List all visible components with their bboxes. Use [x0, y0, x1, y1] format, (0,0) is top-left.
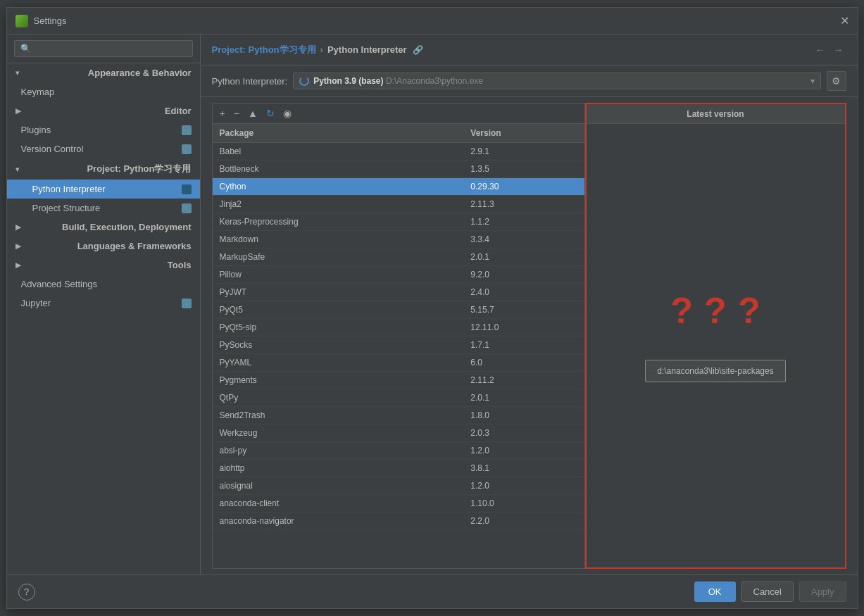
package-name: Pygments — [213, 372, 464, 389]
close-button[interactable]: ✕ — [840, 15, 849, 27]
upgrade-package-button[interactable]: ▲ — [245, 106, 261, 120]
question-mark-3: ? — [738, 289, 760, 332]
help-button[interactable]: ? — [18, 584, 35, 601]
package-name: Cython — [213, 178, 464, 196]
interpreter-dropdown[interactable]: Python 3.9 (base) D:\Anaconda3\python.ex… — [293, 73, 820, 89]
table-row[interactable]: Pygments2.11.2 — [213, 372, 584, 389]
packages-table-wrapper: + − ▲ ↻ ◉ Package Version — [212, 103, 585, 569]
latest-version-header: Latest version — [687, 109, 744, 119]
sidebar-item-version-control[interactable]: Version Control — [7, 139, 200, 158]
sidebar-item-jupyter[interactable]: Jupyter — [7, 294, 200, 313]
interpreter-value: Python 3.9 (base) D:\Anaconda3\python.ex… — [313, 76, 806, 86]
table-row[interactable]: Keras-Preprocessing1.1.2 — [213, 213, 584, 231]
sidebar-item-keymap[interactable]: Keymap — [7, 82, 200, 101]
sidebar-item-languages[interactable]: ▶ Languages & Frameworks — [7, 237, 200, 256]
package-version: 2.2.0 — [463, 513, 584, 530]
table-row[interactable]: PyQt55.15.7 — [213, 301, 584, 319]
package-name: QtPy — [213, 389, 464, 407]
breadcrumb-link-icon: 🔗 — [413, 45, 423, 55]
package-name: aiosignal — [213, 477, 464, 495]
package-version: 2.0.1 — [463, 249, 584, 266]
footer-buttons: OK Cancel Apply — [694, 582, 846, 602]
breadcrumb-parent[interactable]: Project: Python学习专用 — [212, 44, 316, 56]
gear-button[interactable]: ⚙ — [827, 71, 846, 91]
dialog-content: ▾ Appearance & Behavior Keymap ▶ Editor … — [7, 34, 858, 574]
interpreter-row: Python Interpreter: Python 3.9 (base) D:… — [201, 65, 858, 97]
table-row[interactable]: aiohttp3.8.1 — [213, 460, 584, 477]
main-panel: Project: Python学习专用 › Python Interpreter… — [201, 34, 858, 574]
table-toolbar: + − ▲ ↻ ◉ — [213, 103, 584, 124]
package-version: 3.8.1 — [463, 460, 584, 477]
eye-button[interactable]: ◉ — [280, 106, 294, 120]
package-version: 1.10.0 — [463, 495, 584, 513]
table-row[interactable]: Pillow9.2.0 — [213, 266, 584, 284]
table-row[interactable]: Babel2.9.1 — [213, 143, 584, 161]
package-version: 5.15.7 — [463, 301, 584, 319]
package-name: PyJWT — [213, 284, 464, 301]
sidebar-item-plugins[interactable]: Plugins — [7, 120, 200, 139]
sidebar-item-build[interactable]: ▶ Build, Execution, Deployment — [7, 218, 200, 237]
sidebar-item-tools[interactable]: ▶ Tools — [7, 256, 200, 275]
table-row[interactable]: MarkupSafe2.0.1 — [213, 249, 584, 266]
package-table-scroll[interactable]: Package Version Babel2.9.1Bottleneck1.3.… — [213, 124, 584, 568]
jupyter-icon — [182, 298, 192, 308]
pi-icon — [182, 184, 192, 194]
table-row[interactable]: aiosignal1.2.0 — [213, 477, 584, 495]
package-version: 2.11.3 — [463, 196, 584, 213]
interpreter-label: Python Interpreter: — [212, 76, 288, 87]
sidebar: ▾ Appearance & Behavior Keymap ▶ Editor … — [7, 34, 201, 574]
forward-button[interactable]: → — [831, 43, 846, 57]
sidebar-item-editor[interactable]: ▶ Editor — [7, 101, 200, 120]
refresh-button[interactable]: ↻ — [263, 106, 277, 120]
back-button[interactable]: ← — [813, 43, 828, 57]
sidebar-item-project-structure[interactable]: Project Structure — [7, 199, 200, 218]
package-name: absl-py — [213, 442, 464, 460]
sidebar-item-appearance[interactable]: ▾ Appearance & Behavior — [7, 63, 200, 82]
table-row[interactable]: Werkzeug2.0.3 — [213, 425, 584, 442]
vc-icon — [182, 144, 192, 154]
package-name: Pillow — [213, 266, 464, 284]
table-row[interactable]: PySocks1.7.1 — [213, 337, 584, 354]
remove-package-button[interactable]: − — [231, 106, 242, 120]
sidebar-item-label: Appearance & Behavior — [88, 68, 192, 78]
table-row[interactable]: Send2Trash1.8.0 — [213, 407, 584, 425]
col-package: Package — [213, 124, 464, 143]
question-mark-2: ? — [704, 289, 727, 332]
apply-button[interactable]: Apply — [799, 582, 846, 602]
package-name: PyQt5-sip — [213, 319, 464, 337]
sidebar-item-label: Plugins — [21, 125, 51, 135]
sidebar-item-label: Project Structure — [32, 203, 101, 213]
ok-button[interactable]: OK — [694, 582, 736, 602]
table-row[interactable]: anaconda-navigator2.2.0 — [213, 513, 584, 530]
package-name: Bottleneck — [213, 161, 464, 178]
cancel-button[interactable]: Cancel — [741, 582, 794, 602]
package-name: Send2Trash — [213, 407, 464, 425]
table-row[interactable]: Jinja22.11.3 — [213, 196, 584, 213]
footer: ? OK Cancel Apply — [7, 574, 858, 608]
table-row[interactable]: PyJWT2.4.0 — [213, 284, 584, 301]
table-row[interactable]: PyQt5-sip12.11.0 — [213, 319, 584, 337]
table-row[interactable]: absl-py1.2.0 — [213, 442, 584, 460]
package-version: 3.3.4 — [463, 231, 584, 249]
package-name: Babel — [213, 143, 464, 161]
sidebar-item-label: Build, Execution, Deployment — [62, 222, 191, 232]
sidebar-item-advanced[interactable]: Advanced Settings — [7, 275, 200, 294]
sidebar-item-python-interpreter[interactable]: Python Interpreter — [7, 180, 200, 199]
search-input[interactable] — [14, 40, 193, 57]
table-row[interactable]: Markdown3.3.4 — [213, 231, 584, 249]
sidebar-item-label: Project: Python学习专用 — [87, 163, 191, 175]
table-row[interactable]: PyYAML6.0 — [213, 354, 584, 372]
arrow-icon: ▶ — [15, 261, 21, 269]
package-name: MarkupSafe — [213, 249, 464, 266]
interpreter-spinner-icon — [299, 76, 309, 86]
package-name: Werkzeug — [213, 425, 464, 442]
table-row[interactable]: anaconda-client1.10.0 — [213, 495, 584, 513]
sidebar-item-project[interactable]: ▾ Project: Python学习专用 — [7, 158, 200, 180]
add-package-button[interactable]: + — [217, 106, 228, 120]
table-row[interactable]: Bottleneck1.3.5 — [213, 161, 584, 178]
table-row[interactable]: QtPy2.0.1 — [213, 389, 584, 407]
arrow-icon: ▶ — [15, 223, 21, 231]
app-icon — [15, 15, 28, 27]
table-row[interactable]: Cython0.29.30 — [213, 178, 584, 196]
package-version: 1.1.2 — [463, 213, 584, 231]
